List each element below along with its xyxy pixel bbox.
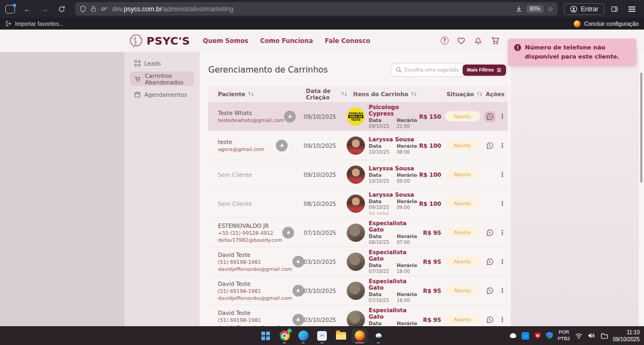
sidebar-item-agendamentos[interactable]: Agendamentos [130,87,194,102]
whatsapp-button[interactable] [485,314,495,325]
language-indicator[interactable]: PORPTB2 [558,329,570,342]
back-button[interactable]: ← [20,3,34,16]
row-menu-button[interactable]: ⋮ [499,200,506,207]
more-filters-button[interactable]: Mais Filtros [463,64,506,76]
tray-discord-icon[interactable] [509,332,517,340]
scrollbar-thumb[interactable] [640,73,642,183]
firefox-view-icon[interactable] [5,5,15,13]
cart-icon[interactable] [491,36,500,45]
taskbar-file-explorer[interactable] [333,328,348,343]
item-time-value: 18:00 [397,298,417,303]
nav-fale-conosco[interactable]: Fale Conosco [325,37,370,45]
sort-icon[interactable]: ↑↓ [247,91,253,97]
address-bar[interactable]: dev.psycs.com.br/administrativo/marketin… [75,2,558,16]
whatsapp-button[interactable] [485,227,495,238]
table-row[interactable]: Sem Cliente 09/10/2025 Laryssa Sousa Dat… [208,160,508,189]
row-menu-button[interactable]: ⋮ [499,171,506,178]
row-menu-button[interactable]: ⋮ [499,288,506,294]
tray-mcafee-icon[interactable]: M [534,332,541,340]
import-favorites-button[interactable]: Importar favoritos... [5,20,63,27]
whatsapp-button[interactable] [485,256,495,267]
account-icon [570,5,577,13]
sidebar-toggle-icon[interactable] [608,3,621,16]
folder-icon [336,332,346,340]
whatsapp-button[interactable] [485,285,495,296]
item-price: R$ 100 [416,142,442,149]
forward-button[interactable]: → [38,3,52,16]
col-header-paciente[interactable]: Paciente↑↓ [208,91,293,97]
whatsapp-button[interactable] [485,111,495,122]
wifi-icon[interactable] [575,333,583,339]
url-text[interactable]: dev.psycs.com.br/administrativo/marketin… [112,5,511,13]
toast-notification[interactable]: ! Número de telefone não disponível para… [508,39,636,66]
taskbar-firefox[interactable] [352,328,367,343]
item-date-label: Data [369,234,389,239]
taskbar-discord[interactable] [371,328,386,343]
sort-icon[interactable]: ↑↓ [476,91,482,97]
tray-teamviewer-icon[interactable]: ↔ [522,332,529,340]
search-box[interactable]: Mais Filtros [391,63,508,77]
main-content: Gerenciamento de Carrinhos Mais Filtros … [200,52,511,326]
bell-icon[interactable] [474,36,482,45]
page-scrollbar[interactable] [638,52,644,326]
table-row[interactable]: Sem Cliente 08/10/2025 Laryssa Sousa Dat… [208,189,508,218]
row-menu-button[interactable]: ⋮ [499,142,506,149]
taskbar-clock[interactable]: 11:1009/10/2025 [613,329,640,343]
nav-como-funciona[interactable]: Como Funciona [260,37,313,45]
table-row[interactable]: ESTENIOVALDO JR +55 (21) 99128-4912 defa… [208,218,508,247]
patient-phone: (51) 69198-1981 [218,259,292,265]
item-name: Laryssa Sousa [369,136,417,142]
notify-bell-button[interactable] [276,140,288,152]
row-menu-button[interactable]: ⋮ [499,258,506,265]
start-button[interactable] [258,328,273,343]
notify-bell-button[interactable] [282,227,294,239]
menu-button[interactable] [625,3,639,16]
whatsapp-button[interactable] [485,140,495,151]
table-row[interactable]: David Teste (51) 69198-1981 davidjeffers… [208,276,508,305]
bookmark-star-icon[interactable]: ☆ [547,5,554,13]
finish-setup-button[interactable]: Concluir configuração [574,20,639,27]
search-input[interactable] [405,67,460,73]
shield-icon[interactable] [79,5,86,12]
col-header-situacao[interactable]: Situação↑↓ [442,91,482,97]
sort-icon[interactable]: ↑↓ [411,91,416,97]
taskbar-edge[interactable] [296,328,311,343]
help-icon[interactable]: ? [441,37,449,45]
taskbar-snipping-tool[interactable]: ✂ [314,328,330,343]
patient-name: David Teste [218,251,292,258]
table-row[interactable]: teste agora@gmail.com 09/10/2025 Laryssa… [208,131,508,160]
table-row[interactable]: David Teste (51) 69198-1981 davidjeffers… [208,247,508,276]
download-icon[interactable] [515,5,523,13]
row-menu-button[interactable]: ⋮ [499,113,506,120]
tray-folder-icon[interactable] [601,333,608,339]
col-header-itens[interactable]: Itens do Carrinho↑↓ [347,91,442,97]
browser-toolbar: ← → dev.psycs.com.br/administrativo/mark… [0,0,644,18]
sort-icon[interactable]: ↑↓ [341,91,347,97]
sidebar-item-carrinhos-abandonados[interactable]: Carrinhos Abandonados [130,71,194,86]
header-icons: ? [441,36,500,45]
table-header: Paciente↑↓ Data de Criação↑↓ Itens do Ca… [208,86,508,102]
reload-button[interactable] [55,3,69,16]
item-time-label: Horário [397,292,417,297]
lock-icon[interactable] [90,5,97,12]
main-nav: Quem Somos Como Funciona Fale Conosco [203,37,370,45]
col-header-data-criacao[interactable]: Data de Criação↑↓ [293,88,347,100]
row-menu-button[interactable]: ⋮ [499,317,506,323]
tray-defender-icon[interactable] [546,332,553,340]
creation-date: 09/10/2025 [293,113,347,120]
patient-phone: (51) 69198-1981 [218,288,292,294]
heart-icon[interactable] [457,37,466,45]
volume-icon[interactable] [588,332,596,339]
zoom-level-badge[interactable]: 80% [526,5,544,13]
bookmarks-bar: Importar favoritos... Concluir configura… [0,18,644,30]
sidebar-item-leads[interactable]: Leads [130,56,194,70]
row-menu-button[interactable]: ⋮ [499,229,506,236]
table-row[interactable]: Teste Whats testedewhats@gmail.com 09/10… [208,102,508,131]
see-all-link[interactable]: Ver todos [369,211,417,216]
item-time-value: 08:00 [397,149,417,155]
permissions-icon[interactable] [100,6,108,12]
taskbar-chrome[interactable]: P [277,328,292,343]
entrar-button[interactable]: Entrar [564,3,604,15]
nav-quem-somos[interactable]: Quem Somos [203,37,248,45]
brand-logo[interactable]: PSYC'S [127,33,190,49]
